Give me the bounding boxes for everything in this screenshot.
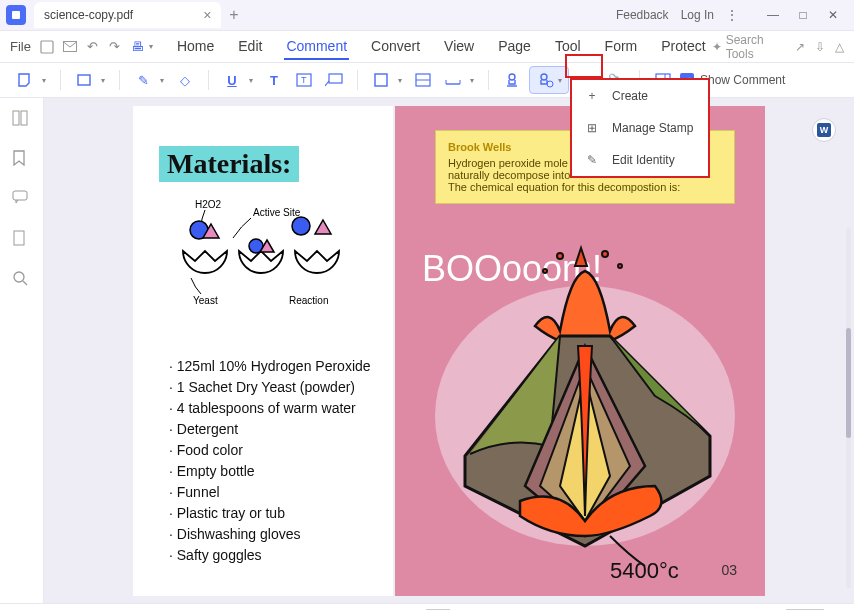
page-right: Brook Wells Hydrogen peroxide mole natur…	[395, 106, 765, 596]
sparkle-icon: ✦	[712, 40, 722, 54]
stamp-tool-icon[interactable]	[499, 67, 525, 93]
signature-stamp-tool[interactable]: ▾	[529, 66, 569, 94]
search-tools[interactable]: ✦ Search Tools	[712, 33, 785, 61]
main-area: ▸ Materials: H2O2 Active Site Ye	[0, 98, 854, 603]
statusbar: 27.94 x 21.59 cm ✋ ⬉ |◂ ◂ /3 ▸ ▸| ▭ ☰ − …	[0, 603, 854, 610]
dropdown-icon[interactable]: ▾	[249, 76, 257, 85]
share-icon[interactable]: ↗	[795, 40, 805, 54]
dropdown-icon[interactable]: ▾	[470, 76, 478, 85]
bell-icon[interactable]: △	[835, 40, 844, 54]
new-tab-button[interactable]: +	[229, 6, 238, 24]
grid-icon: ⊞	[584, 120, 600, 136]
svg-text:T: T	[301, 75, 307, 85]
note-tool-icon[interactable]	[12, 67, 38, 93]
vertical-scrollbar[interactable]	[846, 228, 851, 588]
dropdown-label: Create	[612, 89, 648, 103]
save-icon[interactable]	[37, 36, 58, 58]
svg-point-34	[557, 253, 563, 259]
document-canvas[interactable]: Materials: H2O2 Active Site Yeast Reacti…	[44, 98, 854, 603]
word-icon: W	[817, 123, 831, 137]
comment-toolbar: ▾ ▾ ✎▾ ◇ U▾ T T ▾ ▾ ▾ 📎 ✓ Show Comment	[0, 62, 854, 98]
menu-edit[interactable]: Edit	[236, 34, 264, 60]
login-link[interactable]: Log In	[681, 8, 714, 22]
dropdown-create[interactable]: +Create	[572, 80, 708, 112]
svg-point-36	[543, 269, 547, 273]
list-item: Detergent	[169, 419, 371, 440]
dropdown-icon[interactable]: ▾	[398, 76, 406, 85]
svg-point-15	[541, 74, 547, 80]
svg-text:Active Site: Active Site	[253, 207, 301, 218]
menu-convert[interactable]: Convert	[369, 34, 422, 60]
menubar: File ↶ ↷ 🖶 ▾ Home Edit Comment Convert V…	[0, 30, 854, 62]
pencil-tool-icon[interactable]: ✎	[130, 67, 156, 93]
bookmark-icon[interactable]	[12, 150, 32, 170]
minimize-button[interactable]: —	[758, 3, 788, 27]
menu-comment[interactable]: Comment	[284, 34, 349, 60]
page-left: Materials: H2O2 Active Site Yeast Reacti…	[133, 106, 393, 596]
svg-text:5400°c: 5400°c	[610, 558, 679, 581]
svg-point-16	[547, 81, 553, 87]
plus-icon: +	[584, 88, 600, 104]
callout-tool-icon[interactable]	[321, 67, 347, 93]
tab-close-icon[interactable]: ×	[203, 7, 211, 23]
note-line: The chemical equation for this decompost…	[448, 181, 722, 193]
search-panel-icon[interactable]	[12, 270, 32, 290]
close-button[interactable]: ✕	[818, 3, 848, 27]
list-item: 1 Sachet Dry Yeast (powder)	[169, 377, 371, 398]
dropdown-icon[interactable]: ▾	[160, 76, 168, 85]
app-icon	[6, 5, 26, 25]
svg-point-35	[602, 251, 608, 257]
menu-page[interactable]: Page	[496, 34, 533, 60]
svg-text:Reaction: Reaction	[289, 295, 328, 306]
titlebar: science-copy.pdf × + Feedback Log In ⋮ —…	[0, 0, 854, 30]
dropdown-manage-stamp[interactable]: ⊞Manage Stamp	[572, 112, 708, 144]
svg-point-37	[618, 264, 622, 268]
thumbnails-icon[interactable]	[12, 110, 32, 130]
redo-icon[interactable]: ↷	[104, 36, 125, 58]
dropdown-icon[interactable]: ▾	[101, 76, 109, 85]
svg-point-28	[292, 217, 310, 235]
svg-text:Yeast: Yeast	[193, 295, 218, 306]
cloud-icon[interactable]: ⇩	[815, 40, 825, 54]
eraser-tool-icon[interactable]: ◇	[172, 67, 198, 93]
edit-icon: ✎	[584, 152, 600, 168]
svg-rect-6	[329, 74, 342, 83]
search-tools-label: Search Tools	[726, 33, 785, 61]
text-tool-icon[interactable]: T	[261, 67, 287, 93]
textbox-tool-icon[interactable]: T	[291, 67, 317, 93]
measure-tool-icon[interactable]	[440, 67, 466, 93]
menu-view[interactable]: View	[442, 34, 476, 60]
list-item: 125ml 10% Hydrogen Peroxide	[169, 356, 371, 377]
menu-protect[interactable]: Protect	[659, 34, 707, 60]
export-word-button[interactable]: W	[812, 118, 836, 142]
kebab-icon[interactable]: ⋮	[726, 8, 738, 22]
yeast-diagram: H2O2 Active Site Yeast Reaction	[171, 196, 371, 306]
svg-text:H2O2: H2O2	[195, 199, 222, 210]
underline-tool-icon[interactable]: U	[219, 67, 245, 93]
svg-rect-22	[14, 231, 24, 245]
list-item: Dishwashing gloves	[169, 524, 371, 545]
materials-list: 125ml 10% Hydrogen Peroxide 1 Sachet Dry…	[169, 356, 371, 566]
menu-form[interactable]: Form	[603, 34, 640, 60]
document-tab[interactable]: science-copy.pdf ×	[34, 2, 221, 28]
dropdown-icon[interactable]: ▾	[42, 76, 50, 85]
stamp-dropdown-menu: +Create ⊞Manage Stamp ✎Edit Identity	[570, 78, 710, 178]
comment-panel-icon[interactable]	[12, 190, 32, 210]
svg-rect-21	[13, 191, 27, 200]
maximize-button[interactable]: □	[788, 3, 818, 27]
dropdown-edit-identity[interactable]: ✎Edit Identity	[572, 144, 708, 176]
area-tool-icon[interactable]	[410, 67, 436, 93]
scrollbar-thumb[interactable]	[846, 328, 851, 438]
mail-icon[interactable]	[59, 36, 80, 58]
print-icon[interactable]: 🖶	[127, 36, 148, 58]
attachment-panel-icon[interactable]	[12, 230, 32, 250]
undo-icon[interactable]: ↶	[82, 36, 103, 58]
menu-home[interactable]: Home	[175, 34, 216, 60]
list-item: Safty goggles	[169, 545, 371, 566]
shape-tool-icon[interactable]	[368, 67, 394, 93]
print-dropdown-icon[interactable]: ▾	[149, 42, 156, 51]
svg-point-23	[14, 272, 24, 282]
highlight-tool-icon[interactable]	[71, 67, 97, 93]
feedback-link[interactable]: Feedback	[616, 8, 669, 22]
file-menu[interactable]: File	[10, 39, 31, 54]
